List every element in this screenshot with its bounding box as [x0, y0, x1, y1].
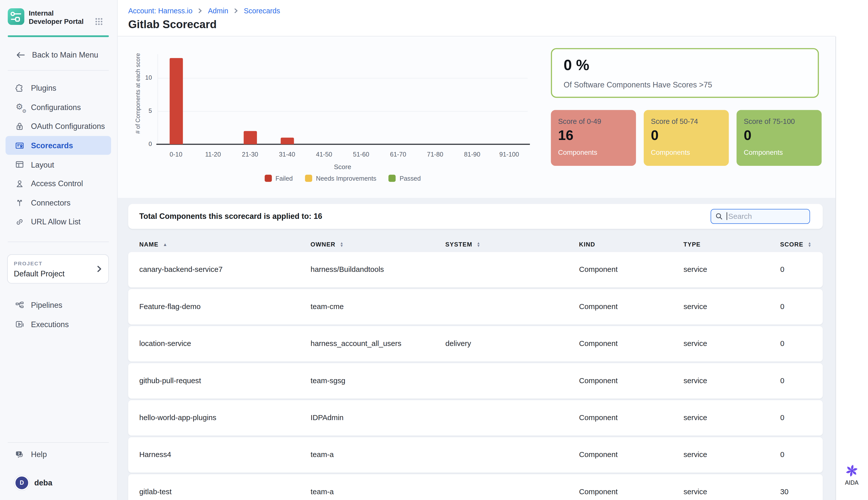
legend-label: Failed	[276, 175, 293, 181]
cell-owner: team-a	[310, 488, 445, 496]
legend-swatch	[389, 175, 396, 182]
cell-score: 0	[780, 451, 811, 459]
legend-swatch	[305, 175, 312, 182]
avatar: D	[14, 475, 29, 490]
gears-icon: ⚙ ⚙	[14, 102, 25, 113]
help-chat-icon: ?	[14, 449, 25, 460]
cell-system: delivery	[445, 339, 579, 348]
cell-type: service	[683, 488, 780, 496]
layout-icon	[14, 159, 25, 170]
column-header-name[interactable]: NAME▲	[139, 241, 310, 248]
breadcrumb-scorecards[interactable]: Scorecards	[244, 7, 280, 15]
chart-y-tick: 5	[133, 107, 152, 114]
sidebar-item-layout[interactable]: Layout	[0, 155, 118, 174]
chart-y-tick: 0	[133, 140, 152, 147]
content-divider	[835, 36, 836, 500]
score-distribution-chart: # of Components at each score Score Fail…	[118, 36, 549, 198]
help-label: Help	[31, 450, 47, 459]
app-switcher-grid-icon[interactable]	[94, 17, 103, 26]
components-section: Total Components this scorecard is appli…	[118, 198, 836, 500]
aida-icon[interactable]	[844, 463, 859, 478]
sidebar-item-configurations[interactable]: ⚙ ⚙ Configurations	[0, 98, 118, 117]
sidebar-item-scorecards[interactable]: Scorecards	[5, 136, 111, 155]
puzzle-icon	[14, 82, 25, 93]
chart-x-tick: 21-30	[232, 151, 268, 158]
idp-logo-icon	[8, 8, 24, 25]
table-row[interactable]: github-pull-request team-sgsg Component …	[128, 363, 823, 398]
search-input[interactable]	[711, 209, 809, 223]
sidebar-item-pipelines[interactable]: Pipelines	[0, 296, 118, 315]
cell-name: hello-world-app-plugins	[139, 413, 310, 422]
user-name: deba	[34, 478, 52, 487]
breadcrumb-account[interactable]: Account: Harness.io	[128, 7, 193, 15]
score-card-unit: Components	[744, 149, 783, 157]
cell-score: 30	[780, 488, 811, 496]
help-button[interactable]: ? Help	[0, 445, 118, 463]
chart-x-tick: 71-80	[417, 151, 453, 158]
column-header-score[interactable]: SCORE▲▼	[780, 241, 812, 248]
arrow-left-icon	[15, 50, 26, 59]
table-row[interactable]: Feature-flag-demo team-cme Component ser…	[128, 289, 823, 325]
sidebar-item-oauth-configurations[interactable]: OAuth Configurations	[0, 117, 118, 136]
page-header: Account: Harness.io Admin Scorecards Git…	[118, 0, 836, 36]
components-toolbar: Total Components this scorecard is appli…	[128, 204, 823, 229]
cell-kind: Component	[579, 451, 684, 459]
percent-value: 0 %	[564, 57, 589, 74]
table-header: NAME▲ OWNER▲▼ SYSTEM▲▼ KIND TYPE SCORE▲▼	[128, 237, 823, 252]
cell-type: service	[683, 451, 780, 459]
column-header-system[interactable]: SYSTEM▲▼	[445, 241, 579, 248]
sort-icon: ▲▼	[808, 241, 812, 247]
column-header-owner[interactable]: OWNER▲▼	[310, 241, 445, 248]
breadcrumb-admin[interactable]: Admin	[208, 7, 228, 15]
legend-item: Failed	[265, 175, 293, 182]
legend-label: Passed	[400, 175, 421, 181]
table-row[interactable]: canary-backend-service7 harness/Buildand…	[128, 252, 823, 287]
svg-text:?: ?	[18, 451, 20, 455]
score-card-unit: Components	[651, 149, 690, 157]
chart-legend: FailedNeeds ImprovementsPassed	[158, 175, 528, 182]
chart-bar	[243, 131, 257, 144]
sidebar-item-access-control[interactable]: Access Control	[0, 174, 118, 193]
table-row[interactable]: hello-world-app-plugins IDPAdmin Compone…	[128, 400, 823, 435]
cell-name: gitlab-test	[139, 488, 310, 496]
sidebar: Internal Developer Portal Back to Main M…	[0, 0, 118, 500]
table-row[interactable]: Harness4 team-a Component service 0	[128, 437, 823, 473]
chart-y-tick: 10	[133, 74, 152, 81]
cell-name: Feature-flag-demo	[139, 303, 310, 311]
divider	[8, 70, 109, 71]
cell-name: location-service	[139, 339, 310, 348]
cell-type: service	[683, 413, 780, 422]
sidebar-item-url-allow-list[interactable]: URL Allow List	[0, 212, 118, 231]
sidebar-item-connectors[interactable]: Connectors	[0, 193, 118, 212]
project-label: PROJECT	[14, 260, 43, 266]
sidebar-item-label: Configurations	[31, 103, 81, 112]
sidebar-item-plugins[interactable]: Plugins	[0, 78, 118, 98]
chart-bar	[280, 138, 294, 144]
search-box	[710, 209, 810, 224]
chart-x-tick: 91-100	[491, 151, 528, 158]
cell-kind: Component	[579, 303, 684, 311]
sort-icon: ▲▼	[340, 241, 344, 247]
project-selector[interactable]: PROJECT Default Project	[7, 254, 109, 284]
sidebar-item-label: Executions	[31, 320, 69, 329]
chevron-right-icon	[96, 265, 103, 273]
cell-score: 0	[780, 303, 811, 311]
legend-label: Needs Improvements	[316, 175, 376, 181]
lock-icon	[14, 121, 25, 132]
cell-owner: team-a	[310, 451, 445, 459]
score-card-value: 0	[651, 127, 659, 143]
cell-type: service	[683, 265, 780, 274]
sidebar-item-executions[interactable]: Executions	[0, 315, 118, 334]
chart-x-axis-title: Score	[158, 163, 528, 171]
user-menu[interactable]: D deba	[0, 474, 118, 491]
cell-type: service	[683, 339, 780, 348]
back-to-main-menu[interactable]: Back to Main Menu	[0, 47, 118, 62]
cell-owner: IDPAdmin	[310, 413, 445, 422]
cell-kind: Component	[579, 377, 684, 385]
chevron-right-icon	[197, 8, 203, 14]
chart-x-tick: 31-40	[269, 151, 305, 158]
table-row[interactable]: gitlab-test team-a Component service 30	[128, 474, 823, 500]
cell-name: canary-backend-service7	[139, 265, 310, 274]
cell-type: service	[683, 377, 780, 385]
table-row[interactable]: location-service harness_account_all_use…	[128, 326, 823, 361]
